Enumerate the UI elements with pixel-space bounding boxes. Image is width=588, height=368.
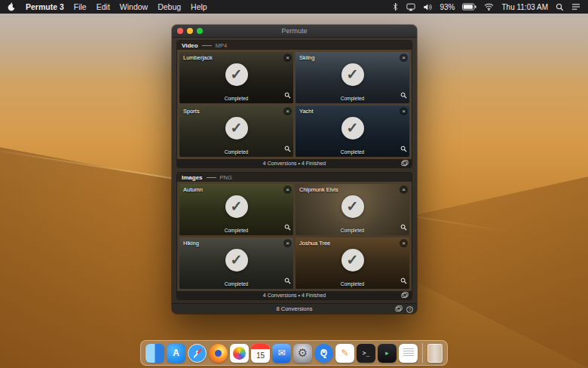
menu-clock[interactable]: Thu 11:03 AM bbox=[501, 3, 548, 11]
menu-bar-status: 93% Thu 11:03 AM bbox=[392, 2, 580, 11]
section-video-header[interactable]: Video MP4 bbox=[177, 41, 412, 50]
completed-check-icon: ✓ bbox=[341, 249, 364, 271]
menu-edit[interactable]: Edit bbox=[96, 2, 110, 11]
dock-textedit-icon[interactable] bbox=[399, 344, 418, 363]
menu-bar: Permute 3 File Edit Window Debug Help 93… bbox=[0, 0, 588, 14]
minimize-window-button[interactable] bbox=[187, 28, 193, 34]
menu-debug[interactable]: Debug bbox=[158, 2, 181, 11]
magnifier-icon[interactable] bbox=[400, 142, 407, 155]
close-icon[interactable]: × bbox=[283, 186, 292, 194]
magnifier-icon[interactable] bbox=[284, 220, 291, 234]
magnifier-icon[interactable] bbox=[284, 142, 291, 155]
section-images-header[interactable]: Images PNG bbox=[177, 173, 412, 182]
dock-firefox-icon[interactable] bbox=[209, 344, 228, 363]
tile-sports[interactable]: Sports × ✓ Completed bbox=[179, 106, 293, 157]
window-statusbar: 8 Conversions ? bbox=[172, 303, 417, 314]
window-titlebar[interactable]: Permute bbox=[172, 25, 417, 38]
images-footer-summary: 4 Conversions • 4 Finished bbox=[263, 293, 326, 298]
dock-finder-icon[interactable] bbox=[145, 344, 164, 363]
close-icon[interactable]: × bbox=[400, 239, 408, 247]
apple-menu-icon[interactable] bbox=[8, 2, 16, 13]
section-title: Video bbox=[182, 42, 198, 49]
close-icon[interactable]: × bbox=[400, 54, 408, 62]
tile-skiing[interactable]: Skiing × ✓ Completed bbox=[296, 52, 409, 103]
menu-file[interactable]: File bbox=[74, 2, 87, 11]
completed-check-icon: ✓ bbox=[341, 63, 364, 86]
airplay-icon[interactable] bbox=[406, 3, 415, 11]
reveal-in-finder-icon[interactable] bbox=[401, 292, 409, 299]
completed-check-icon: ✓ bbox=[341, 195, 364, 218]
section-format-badge[interactable]: MP4 bbox=[216, 42, 227, 49]
window-content: Video MP4 Lumberjack × ✓ Completed Skiin… bbox=[172, 38, 417, 303]
dock-quicktime-icon[interactable]: Q bbox=[314, 344, 333, 363]
tile-title: Yacht bbox=[299, 108, 314, 115]
dock-safari-icon[interactable] bbox=[188, 344, 207, 363]
close-icon[interactable]: × bbox=[283, 54, 292, 62]
close-icon[interactable]: × bbox=[283, 239, 292, 247]
dock-calendar-icon[interactable]: 15 bbox=[251, 344, 270, 363]
dock-mail-icon[interactable]: ✉ bbox=[272, 344, 291, 363]
firefox-core bbox=[215, 350, 222, 357]
close-icon[interactable]: × bbox=[283, 107, 292, 115]
dock-system-preferences-icon[interactable]: ⚙ bbox=[293, 344, 312, 363]
section-divider-line bbox=[202, 45, 212, 46]
volume-icon[interactable] bbox=[423, 3, 432, 11]
spotlight-icon[interactable] bbox=[556, 3, 564, 11]
tile-title: Skiing bbox=[299, 54, 314, 61]
tile-title: Chipmunk Elvis bbox=[299, 186, 338, 193]
close-icon[interactable]: × bbox=[400, 186, 408, 194]
stack-icon[interactable] bbox=[395, 305, 403, 314]
help-icon[interactable]: ? bbox=[406, 306, 413, 313]
completed-check-icon: ✓ bbox=[341, 117, 364, 140]
mail-envelope-glyph: ✉ bbox=[277, 348, 285, 358]
battery-percent: 93% bbox=[439, 3, 455, 11]
menu-window[interactable]: Window bbox=[120, 2, 148, 11]
app-store-glyph: A bbox=[173, 348, 179, 358]
dock-trash-icon[interactable] bbox=[427, 344, 443, 363]
tile-autumn[interactable]: Autumn × ✓ Completed bbox=[179, 184, 293, 235]
permute-window: Permute Video MP4 Lumberjack × ✓ Complet… bbox=[172, 25, 417, 314]
tile-chipmunk-elvis[interactable]: Chipmunk Elvis × ✓ Completed bbox=[296, 184, 409, 235]
reveal-in-finder-icon[interactable] bbox=[401, 160, 409, 167]
window-title: Permute bbox=[281, 27, 307, 35]
close-window-button[interactable] bbox=[177, 28, 183, 34]
magnifier-icon[interactable] bbox=[400, 220, 407, 234]
bluetooth-icon[interactable] bbox=[392, 2, 399, 11]
terminal-prompt-glyph: >_ bbox=[363, 350, 370, 357]
tile-lumberjack[interactable]: Lumberjack × ✓ Completed bbox=[179, 52, 293, 103]
section-format-badge[interactable]: PNG bbox=[220, 174, 232, 181]
video-tiles-grid: Lumberjack × ✓ Completed Skiing × ✓ Comp… bbox=[177, 50, 412, 159]
pen-glyph: ✎ bbox=[341, 348, 348, 358]
magnifier-icon[interactable] bbox=[400, 274, 407, 287]
tile-hiking[interactable]: Hiking × ✓ Completed bbox=[179, 238, 293, 289]
tile-title: Hiking bbox=[183, 240, 199, 247]
magnifier-icon[interactable] bbox=[284, 274, 291, 287]
video-footer-summary: 4 Conversions • 4 Finished bbox=[263, 161, 326, 166]
section-video: Video MP4 Lumberjack × ✓ Completed Skiin… bbox=[177, 41, 412, 167]
magnifier-icon[interactable] bbox=[400, 88, 407, 102]
tile-status: Completed bbox=[225, 96, 248, 101]
menu-app-name[interactable]: Permute 3 bbox=[26, 2, 64, 11]
wifi-icon[interactable] bbox=[484, 3, 494, 11]
section-images-footer: 4 Conversions • 4 Finished bbox=[177, 291, 412, 299]
section-images: Images PNG Autumn × ✓ Completed Chipmunk… bbox=[177, 173, 412, 299]
notification-center-icon[interactable] bbox=[571, 3, 580, 11]
dock-pages-icon[interactable]: ✎ bbox=[335, 344, 354, 363]
completed-check-icon: ✓ bbox=[225, 117, 248, 140]
dock-dark-app-icon[interactable]: ▸ bbox=[378, 344, 397, 363]
tile-yacht[interactable]: Yacht × ✓ Completed bbox=[296, 106, 409, 157]
calendar-red-bar bbox=[251, 344, 270, 349]
menu-bar-left: Permute 3 File Edit Window Debug Help bbox=[8, 2, 207, 13]
tile-joshua-tree[interactable]: Joshua Tree × ✓ Completed bbox=[296, 238, 409, 289]
zoom-window-button[interactable] bbox=[197, 28, 203, 34]
textedit-lines bbox=[403, 348, 414, 357]
dock-app-store-icon[interactable]: A bbox=[167, 344, 185, 363]
menu-help[interactable]: Help bbox=[191, 2, 207, 11]
close-icon[interactable]: × bbox=[400, 107, 408, 115]
dock-photos-icon[interactable] bbox=[230, 344, 249, 363]
tile-title: Autumn bbox=[183, 186, 203, 193]
battery-icon[interactable] bbox=[462, 3, 476, 11]
dark-app-glyph: ▸ bbox=[385, 349, 389, 357]
magnifier-icon[interactable] bbox=[284, 88, 291, 102]
dock-terminal-icon[interactable]: >_ bbox=[357, 344, 375, 363]
